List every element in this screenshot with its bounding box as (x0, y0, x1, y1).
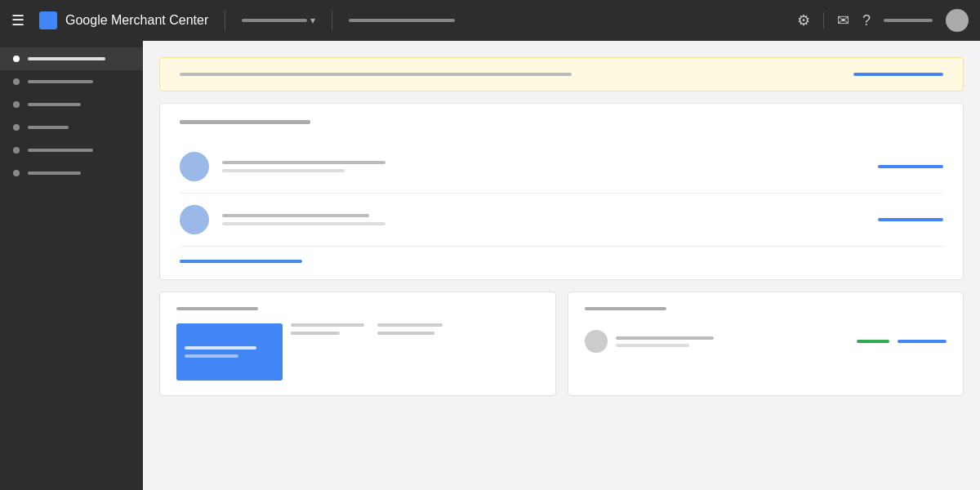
list-item (180, 194, 943, 247)
user-name-bar (884, 19, 933, 22)
list-action-link[interactable] (878, 165, 943, 168)
mini-bar (291, 332, 340, 335)
mini-bar (377, 323, 443, 327)
mini-col-1 (291, 323, 364, 335)
blue-card-bar-1 (185, 346, 256, 350)
logo-icon (39, 11, 57, 29)
sidebar-label (28, 149, 93, 152)
sidebar-label (28, 126, 69, 129)
help-icon[interactable]: ? (862, 12, 871, 29)
hamburger-icon[interactable]: ☰ (11, 11, 24, 29)
sidebar-dot (13, 170, 20, 176)
main-layout (0, 41, 980, 490)
right-action-link[interactable] (898, 340, 947, 343)
account-selector[interactable]: ▾ (242, 15, 315, 26)
list-secondary-text (222, 169, 345, 172)
list-primary-text (222, 161, 385, 164)
right-list-text (616, 336, 849, 347)
green-status-bar (857, 340, 889, 343)
card-footer-link[interactable] (180, 260, 302, 263)
sidebar-label (28, 172, 81, 175)
card-title (180, 120, 310, 124)
notification-banner (159, 57, 964, 91)
sidebar-label (28, 80, 93, 83)
content-area (143, 41, 980, 490)
right-list-avatar (585, 330, 608, 353)
sidebar-label (28, 103, 81, 106)
bottom-left-card (159, 292, 556, 396)
list-primary-text (222, 214, 369, 217)
chevron-down-icon: ▾ (310, 15, 315, 26)
sidebar (0, 41, 143, 490)
mini-cards-row (176, 323, 539, 381)
list-avatar (180, 205, 209, 234)
bottom-left-title (176, 307, 258, 310)
bottom-cards-row (159, 292, 964, 396)
avatar[interactable] (946, 9, 969, 32)
blue-card-bar-2 (185, 354, 238, 358)
nav-divider-1 (225, 11, 225, 30)
sidebar-label (28, 57, 105, 60)
sidebar-dot (13, 56, 20, 62)
app-title: Google Merchant Center (65, 13, 208, 28)
nav-divider-2 (332, 11, 332, 30)
icon-divider (823, 12, 824, 29)
account-bar (242, 19, 307, 22)
sidebar-item-2[interactable] (0, 70, 143, 93)
list-text (222, 161, 865, 172)
top-navigation: ☰ Google Merchant Center ▾ ⚙ ✉ ? (0, 0, 980, 41)
nav-icons-group: ⚙ ✉ ? (797, 9, 969, 32)
list-text (222, 214, 865, 225)
sidebar-item-4[interactable] (0, 116, 143, 139)
banner-message (180, 73, 572, 76)
mini-text-columns (291, 323, 443, 335)
sidebar-dot (13, 101, 20, 108)
list-action-link[interactable] (878, 218, 943, 221)
sidebar-item-6[interactable] (0, 162, 143, 185)
right-primary-text (616, 336, 714, 340)
list-item (180, 140, 943, 194)
sidebar-item-3[interactable] (0, 93, 143, 116)
bottom-right-card (568, 292, 964, 396)
right-secondary-text (616, 344, 689, 347)
sidebar-item-1[interactable] (0, 47, 143, 70)
mini-bar (291, 323, 364, 327)
mini-blue-card (176, 323, 283, 381)
bottom-right-title (585, 307, 666, 310)
sidebar-item-5[interactable] (0, 139, 143, 162)
sidebar-dot (13, 78, 20, 85)
banner-link[interactable] (853, 73, 943, 76)
main-card (159, 103, 964, 280)
sidebar-dot (13, 147, 20, 154)
list-secondary-text (222, 222, 385, 225)
list-avatar (180, 152, 209, 181)
settings-icon[interactable]: ⚙ (797, 11, 810, 29)
sidebar-dot (13, 124, 20, 131)
mini-bar (377, 332, 434, 335)
search-bar (349, 19, 455, 22)
mini-col-2 (377, 323, 443, 335)
right-list-item (585, 323, 947, 359)
mail-icon[interactable]: ✉ (837, 11, 849, 29)
